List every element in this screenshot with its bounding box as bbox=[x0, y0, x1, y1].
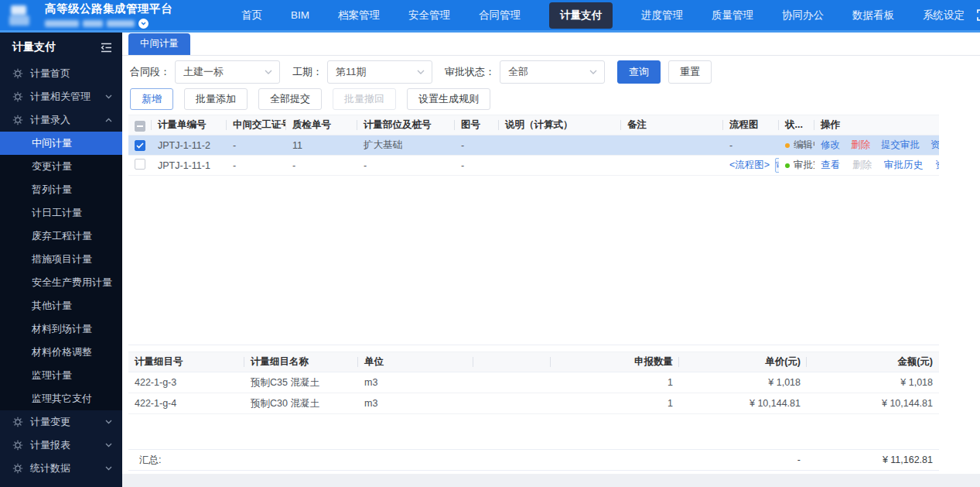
sidebar-subitem-other[interactable]: 其他计量 bbox=[0, 294, 122, 317]
app-title: 高等级公路集成管理平台 bbox=[45, 2, 172, 16]
approval-status-label: 审批状态： bbox=[445, 65, 495, 79]
table-header-row: 计量单编号 中间交工证号 质检单号 计量部位及桩号 图号 说明（计算式） 备注 … bbox=[128, 115, 939, 135]
gear-icon bbox=[12, 115, 23, 125]
redacted-subtitle bbox=[45, 19, 172, 29]
col-header: 质检单号 bbox=[286, 115, 357, 135]
sidebar-subitem-safety-fee[interactable]: 安全生产费用计量 bbox=[0, 271, 122, 294]
row-checkbox[interactable] bbox=[135, 140, 145, 151]
select-arrow-icon bbox=[265, 70, 272, 74]
batch-add-button[interactable]: 批量添加 bbox=[184, 88, 248, 110]
col-header: 计量部位及桩号 bbox=[357, 115, 455, 135]
page-background-strip bbox=[122, 474, 980, 487]
sidebar-subitem-material-price[interactable]: 材料价格调整 bbox=[0, 341, 122, 364]
add-button[interactable]: 新增 bbox=[130, 88, 173, 110]
select-arrow-icon bbox=[417, 70, 425, 74]
period-label: 工期： bbox=[292, 65, 323, 79]
flow-diagram-link[interactable]: <流程图> bbox=[729, 159, 770, 172]
status-dot bbox=[785, 163, 790, 168]
status-cell: 审批完成 bbox=[779, 156, 814, 176]
sidebar-item-statistics[interactable]: 统计数据 bbox=[0, 457, 122, 480]
sidebar-subitem-change[interactable]: 变更计量 bbox=[0, 155, 122, 178]
approval-status-select[interactable]: 全部 bbox=[500, 60, 605, 84]
view-link[interactable]: 查看 bbox=[821, 159, 840, 172]
gear-icon bbox=[12, 440, 23, 451]
col-header bbox=[473, 352, 551, 372]
table-row[interactable]: JPTJ-1-11-2 - 11 扩大基础 - - 编辑中 修改 bbox=[128, 135, 939, 156]
nav-item-quality[interactable]: 质量管理 bbox=[712, 9, 753, 22]
sidebar-subitem-supervision-other[interactable]: 监理其它支付 bbox=[0, 387, 122, 410]
nav-item-measurement-payment[interactable]: 计量支付 bbox=[549, 2, 613, 29]
delete-link[interactable]: 删除 bbox=[852, 159, 872, 172]
sidebar-subitem-supervision[interactable]: 监理计量 bbox=[0, 364, 122, 387]
detail-row[interactable]: 422-1-g-4 预制C30 混凝土 m3 1 ¥ 10,144.81 ¥ 1… bbox=[128, 393, 939, 414]
sidebar-item-measure-related[interactable]: 计量相关管理 bbox=[0, 85, 122, 108]
brand-expand-icon[interactable] bbox=[138, 19, 149, 29]
brand: 高等级公路集成管理平台 bbox=[9, 2, 220, 29]
status-dot bbox=[785, 143, 790, 148]
main-content: 中间计量 合同段： 土建一标 工期： 第11期 审批状态： bbox=[122, 33, 980, 487]
nav-item-bim[interactable]: BIM bbox=[291, 9, 309, 21]
chevron-up-icon bbox=[105, 118, 112, 122]
approval-mini-button[interactable]: 审 bbox=[775, 158, 779, 173]
menu-fold-icon[interactable] bbox=[101, 43, 112, 53]
edit-link[interactable]: 修改 bbox=[821, 139, 840, 152]
row-checkbox[interactable] bbox=[135, 159, 145, 170]
batch-withdraw-button[interactable]: 批量撤回 bbox=[333, 88, 396, 110]
sidebar-item-measure-entry[interactable]: 计量录入 bbox=[0, 108, 122, 132]
sidebar-item-measure-home[interactable]: 计量首页 bbox=[0, 62, 122, 85]
redacted-block bbox=[45, 20, 79, 27]
col-header: 单价(元) bbox=[679, 352, 807, 372]
nav-item-archives[interactable]: 档案管理 bbox=[338, 9, 380, 22]
nav-item-system-settings[interactable]: 系统设定 bbox=[923, 9, 965, 22]
sidebar-subitem-measure-items[interactable]: 措施项目计量 bbox=[0, 248, 122, 271]
app-logo bbox=[9, 4, 37, 27]
nav-item-dashboard[interactable]: 数据看板 bbox=[852, 9, 894, 22]
nav-item-safety[interactable]: 安全管理 bbox=[408, 9, 450, 22]
sidebar-subitem-material-arrival[interactable]: 材料到场计量 bbox=[0, 317, 122, 341]
filter-bar: 合同段： 土建一标 工期： 第11期 审批状态： 全部 bbox=[122, 56, 980, 87]
gear-icon bbox=[12, 463, 23, 474]
detail-row[interactable]: 422-1-g-3 预制C35 混凝土 m3 1 ¥ 1,018 ¥ 1,018 bbox=[128, 372, 939, 393]
col-header: 计量细目号 bbox=[128, 352, 244, 372]
approval-history-link[interactable]: 审批历史 bbox=[884, 159, 923, 172]
sidebar-item-measure-change[interactable]: 计量变更 bbox=[0, 410, 122, 434]
delete-link[interactable]: 删除 bbox=[851, 139, 870, 152]
summary-amount: ¥ 11,162.81 bbox=[807, 450, 939, 471]
view-documents-link[interactable]: 资料查看 bbox=[930, 139, 939, 152]
nav-item-contract[interactable]: 合同管理 bbox=[479, 9, 521, 22]
nav-item-collaboration[interactable]: 协同办公 bbox=[782, 9, 824, 22]
submit-approval-link[interactable]: 提交审批 bbox=[881, 139, 920, 152]
main-nav: 首页 BIM 档案管理 安全管理 合同管理 计量支付 进度管理 质量管理 协同办… bbox=[241, 2, 965, 29]
fullscreen-icon[interactable] bbox=[977, 9, 980, 21]
app-window: 高等级公路集成管理平台 首页 BIM 档案管理 安全管理 合同管理 计量支付 进… bbox=[0, 0, 980, 487]
contract-section-label: 合同段： bbox=[130, 65, 170, 79]
col-header: 中间交工证号 bbox=[227, 115, 286, 135]
period-select[interactable]: 第11期 bbox=[327, 60, 432, 84]
nav-item-progress[interactable]: 进度管理 bbox=[641, 9, 683, 22]
summary-row: 汇总: - ¥ 11,162.81 bbox=[128, 449, 939, 471]
sidebar-item-measure-report[interactable]: 计量报表 bbox=[0, 434, 122, 457]
sidebar-subitem-daywork[interactable]: 计日工计量 bbox=[0, 201, 122, 225]
sidebar-subitem-abandoned-works[interactable]: 废弃工程计量 bbox=[0, 225, 122, 248]
sidebar-submenu: 中间计量 变更计量 暂列计量 计日工计量 废弃工程计量 措施项目计量 安全生产费… bbox=[0, 132, 122, 410]
reset-button[interactable]: 重置 bbox=[668, 60, 712, 84]
rule-setting-button[interactable]: 设置生成规则 bbox=[407, 88, 490, 110]
top-navbar: 高等级公路集成管理平台 首页 BIM 档案管理 安全管理 合同管理 计量支付 进… bbox=[0, 0, 980, 33]
chevron-down-icon bbox=[105, 466, 112, 471]
nav-item-home[interactable]: 首页 bbox=[241, 9, 262, 22]
measurement-table: 计量单编号 中间交工证号 质检单号 计量部位及桩号 图号 说明（计算式） 备注 … bbox=[128, 115, 939, 345]
contract-section-select[interactable]: 土建一标 bbox=[175, 60, 280, 84]
col-header: 流程图 bbox=[723, 115, 779, 135]
submit-all-button[interactable]: 全部提交 bbox=[258, 88, 322, 110]
toolbar: 新增 批量添加 全部提交 批量撤回 设置生成规则 bbox=[122, 87, 980, 115]
sidebar-subitem-provisional[interactable]: 暂列计量 bbox=[0, 178, 122, 201]
sidebar-subitem-intermediate[interactable]: 中间计量 bbox=[0, 132, 122, 155]
view-documents-link[interactable]: 资料查看 bbox=[935, 159, 939, 172]
search-button[interactable]: 查询 bbox=[617, 60, 661, 84]
col-header: 计量细目名称 bbox=[244, 352, 358, 372]
select-all-checkbox[interactable] bbox=[135, 121, 145, 132]
table-row[interactable]: JPTJ-1-11-1 - - - - <流程图> 审 bbox=[128, 156, 939, 176]
tab-intermediate-measurement[interactable]: 中间计量 bbox=[128, 33, 190, 55]
col-header: 状... bbox=[779, 115, 814, 135]
col-header: 说明（计算式） bbox=[499, 115, 621, 135]
